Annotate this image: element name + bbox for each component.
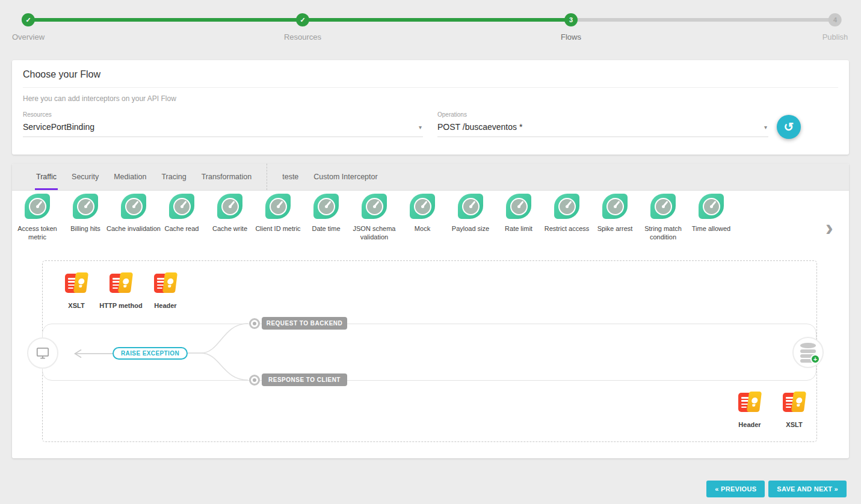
doc-bulb-icon — [64, 272, 89, 295]
interceptors-panel: Traffic Security Mediation Tracing Trans… — [12, 164, 849, 458]
interceptor-tabs: Traffic Security Mediation Tracing Trans… — [12, 164, 849, 191]
plus-icon — [810, 354, 820, 364]
palette-item-cache-invalidation[interactable]: Cache invalidation — [110, 194, 158, 242]
gauge-icon — [602, 194, 628, 219]
page-subtitle: Here you can add interceptors on your AP… — [23, 94, 838, 103]
step-label: Overview — [12, 32, 45, 41]
flow-diagram: XSLT HTTP method Header Header XSLT — [12, 253, 849, 458]
backend-endpoint[interactable] — [792, 337, 824, 368]
palette-item-access-token-metric[interactable]: Access token metric — [13, 194, 61, 242]
raise-exception-button[interactable]: RAISE EXCEPTION — [113, 347, 188, 360]
tab-tracing[interactable]: Tracing — [161, 164, 186, 190]
tab-security[interactable]: Security — [72, 164, 99, 190]
page-title: Choose your Flow — [23, 69, 838, 80]
flow-interceptor-xslt[interactable]: XSLT — [772, 391, 816, 428]
gauge-icon — [217, 194, 242, 219]
doc-bulb-icon — [737, 391, 762, 414]
palette-item-spike-arrest[interactable]: Spike arrest — [591, 194, 639, 242]
gauge-icon — [554, 194, 579, 219]
step-publish[interactable]: 4 Publish — [822, 13, 848, 41]
check-icon: ✓ — [22, 13, 35, 26]
step-label: Flows — [561, 32, 581, 41]
gauge-icon — [313, 194, 339, 219]
flow-interceptor-header[interactable]: Header — [727, 391, 772, 428]
step-label: Publish — [822, 32, 848, 41]
gauge-icon — [506, 194, 531, 219]
gauge-icon — [25, 194, 50, 219]
stepper-connector-done — [28, 18, 303, 22]
flow-interceptor-label: HTTP method — [99, 302, 142, 309]
doc-bulb-icon — [153, 272, 178, 295]
gauge-icon — [169, 194, 194, 219]
resources-select[interactable]: ServicePortBinding — [23, 118, 423, 137]
gauge-icon — [410, 194, 435, 219]
palette-item-billing-hits[interactable]: Billing hits — [61, 194, 110, 242]
response-to-client-label: RESPONSE TO CLIENT — [262, 373, 347, 386]
flow-interceptor-label: Header — [738, 421, 761, 428]
gauge-icon — [362, 194, 387, 219]
flow-interceptor-http-method[interactable]: HTTP method — [99, 272, 143, 309]
response-connector-dot — [249, 375, 260, 386]
gauge-icon — [699, 194, 724, 219]
tab-transformation[interactable]: Transformation — [202, 164, 252, 190]
step-number: 3 — [564, 13, 578, 26]
doc-bulb-icon — [782, 391, 807, 414]
step-resources[interactable]: ✓ Resources — [284, 13, 321, 41]
palette-item-cache-read[interactable]: Cache read — [158, 194, 206, 242]
flow-interceptor-xslt[interactable]: XSLT — [54, 272, 99, 309]
check-icon: ✓ — [296, 13, 309, 26]
gauge-icon — [121, 194, 146, 219]
chevron-right-icon[interactable] — [826, 215, 833, 241]
flow-interceptor-label: XSLT — [786, 421, 802, 428]
previous-button[interactable]: « PREVIOUS — [706, 481, 765, 497]
gauge-icon — [73, 194, 98, 219]
palette-item-cache-write[interactable]: Cache write — [206, 194, 254, 242]
palette-item-time-allowed[interactable]: Time allowed — [687, 194, 735, 242]
resources-field-label: Resources — [23, 111, 423, 118]
palette-item-json-schema-validation[interactable]: JSON schema validation — [350, 194, 398, 242]
flow-interceptor-label: Header — [154, 302, 176, 309]
operations-field-label: Operations — [437, 111, 768, 118]
divider — [23, 87, 838, 88]
operations-selected-value: POST /buscaeventos * — [437, 122, 522, 132]
interceptor-palette: Access token metric Billing hits Cache i… — [13, 194, 735, 242]
palette-item-client-id-metric[interactable]: Client ID metric — [254, 194, 302, 242]
resources-selected-value: ServicePortBinding — [23, 122, 94, 132]
fork-connector-lines — [188, 321, 255, 387]
request-connector-dot — [249, 318, 260, 329]
flow-interceptor-header[interactable]: Header — [143, 272, 188, 309]
palette-item-string-match-condition[interactable]: String match condition — [639, 194, 687, 242]
choose-flow-card: Choose your Flow Here you can add interc… — [12, 60, 849, 155]
request-to-backend-label: REQUEST TO BACKEND — [262, 317, 347, 330]
palette-item-rate-limit[interactable]: Rate limit — [495, 194, 543, 242]
save-and-next-button[interactable]: SAVE AND NEXT » — [768, 481, 847, 497]
step-number: 4 — [829, 13, 842, 26]
tab-teste[interactable]: teste — [267, 164, 298, 190]
wizard-footer: « PREVIOUS SAVE AND NEXT » — [706, 481, 847, 497]
gauge-icon — [458, 194, 483, 219]
caret-down-icon — [419, 124, 422, 131]
palette-item-restrict-access[interactable]: Restrict access — [543, 194, 591, 242]
stepper-connector-done — [303, 18, 571, 22]
doc-bulb-icon — [108, 272, 134, 295]
restore-flow-button[interactable] — [777, 115, 801, 139]
gauge-icon — [265, 194, 291, 219]
step-label: Resources — [284, 32, 321, 41]
palette-item-date-time[interactable]: Date time — [302, 194, 350, 242]
palette-item-payload-size[interactable]: Payload size — [446, 194, 495, 242]
monitor-icon — [35, 345, 51, 361]
step-flows[interactable]: 3 Flows — [561, 13, 581, 41]
client-endpoint — [27, 337, 58, 369]
step-overview[interactable]: ✓ Overview — [12, 13, 45, 41]
operations-select[interactable]: POST /buscaeventos * — [437, 118, 768, 137]
tab-custom-interceptor[interactable]: Custom Interceptor — [313, 164, 377, 190]
palette-item-mock[interactable]: Mock — [398, 194, 446, 242]
caret-down-icon — [764, 124, 767, 131]
request-interceptors: XSLT HTTP method Header — [54, 272, 188, 309]
gauge-icon — [650, 194, 676, 219]
restore-icon — [784, 121, 794, 133]
tab-traffic[interactable]: Traffic — [36, 164, 57, 190]
stepper-connector-pending — [571, 18, 835, 22]
tab-mediation[interactable]: Mediation — [114, 164, 146, 190]
exception-arrow-icon — [72, 348, 113, 360]
